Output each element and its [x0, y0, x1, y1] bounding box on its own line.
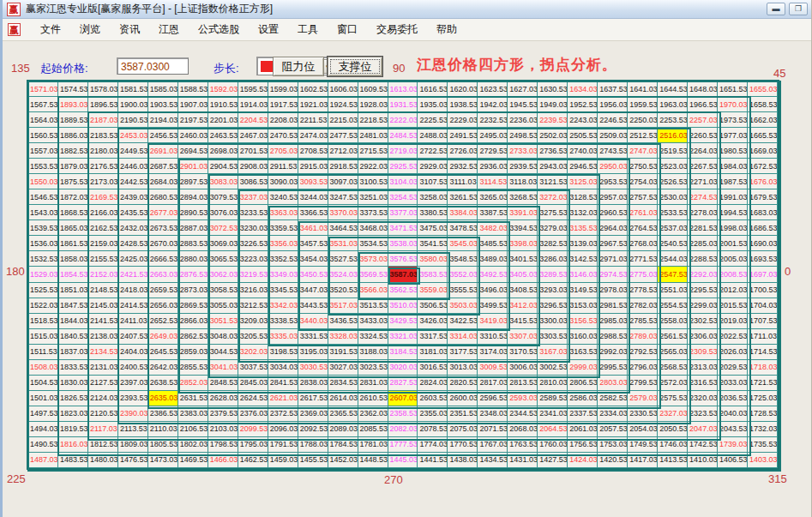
grid-cell: 2285.03 — [688, 236, 718, 251]
grid-cell: 2159.03 — [88, 236, 118, 251]
grid-cell: 2582.53 — [598, 391, 628, 406]
menu-item[interactable]: 公式选股 — [189, 19, 249, 40]
grid-cell: 3041.03 — [208, 360, 238, 376]
angle-label-225: 225 — [7, 472, 26, 485]
grid-cell: 3062.03 — [208, 267, 238, 282]
grid-cell: 2022.53 — [718, 329, 748, 345]
grid-cell: 2204.53 — [238, 112, 268, 128]
grid-cell: 2390.03 — [118, 406, 148, 422]
grid-cell: 3429.53 — [388, 314, 418, 329]
grid-cell: 3023.53 — [358, 360, 388, 376]
grid-cell: 3002.53 — [538, 360, 568, 376]
grid-cell: 1434.53 — [478, 453, 508, 468]
grid-cell: 1683.03 — [748, 205, 778, 220]
grid-cell: 3153.03 — [568, 298, 598, 314]
menu-item[interactable]: 交易委托 — [367, 19, 427, 40]
grid-cell: 2351.53 — [448, 406, 478, 422]
grid-cell: 2859.03 — [178, 345, 208, 360]
grid-cell: 2208.03 — [268, 112, 298, 128]
grid-cell: 2512.53 — [628, 128, 658, 143]
grid-cell: 2036.53 — [718, 391, 748, 406]
resistance-button[interactable]: 阻力位 — [273, 57, 324, 76]
menu-item[interactable]: 窗口 — [328, 19, 367, 40]
grid-cell: 1910.53 — [208, 97, 238, 112]
grid-cell: 2638.53 — [148, 376, 178, 391]
grid-cell: 2106.53 — [178, 422, 208, 437]
grid-cell: 2113.53 — [118, 422, 148, 437]
menu-item[interactable]: 设置 — [249, 19, 288, 40]
grid-cell: 1795.03 — [238, 437, 268, 453]
minimize-button[interactable]: ▬ — [767, 3, 785, 15]
grid-cell: 3083.03 — [208, 174, 238, 189]
grid-cell: 2764.53 — [628, 220, 658, 236]
grid-cell: 2078.53 — [418, 422, 448, 437]
grid-cell: 3527.53 — [328, 251, 358, 267]
support-button[interactable]: 支撑位 — [328, 57, 382, 76]
start-price-input[interactable] — [117, 57, 189, 75]
grid-cell: 3286.03 — [538, 251, 568, 267]
grid-cell: 3324.53 — [358, 329, 388, 345]
grid-cell: 2677.03 — [148, 205, 178, 220]
grid-cell: 3433.03 — [358, 314, 388, 329]
grid-cell: 1410.03 — [688, 453, 718, 468]
grid-cell: 2250.03 — [628, 112, 658, 128]
grid-cell: 2939.53 — [508, 159, 538, 174]
grid-cell: 2929.03 — [418, 159, 448, 174]
grid-cell: 1651.53 — [718, 81, 748, 97]
grid-cell: 1413.53 — [658, 453, 688, 468]
grid-cell: 1602.53 — [298, 81, 328, 97]
grid-cell: 1630.53 — [538, 81, 568, 97]
grid-cell: 1487.03 — [28, 453, 58, 468]
grid-cell: 2978.03 — [598, 283, 628, 298]
menu-item[interactable]: 帮助 — [427, 19, 466, 40]
grid-cell: 1445.03 — [388, 453, 418, 468]
menu-item[interactable]: 文件 — [31, 19, 70, 40]
grid-cell: 2393.53 — [118, 391, 148, 406]
grid-cell: 3048.03 — [208, 329, 238, 345]
grid-cell: 2953.53 — [598, 174, 628, 189]
grid-cell: 2502.03 — [538, 128, 568, 143]
grid-cell: 1977.03 — [718, 128, 748, 143]
grid-cell: 1998.03 — [718, 220, 748, 236]
grid-cell: 3419.03 — [478, 314, 508, 329]
grid-cell: 2152.03 — [88, 267, 118, 282]
grid-cell: 3506.53 — [418, 298, 448, 314]
grid-cell: 3412.03 — [508, 298, 538, 314]
grid-cell: 1805.53 — [148, 437, 178, 453]
grid-cell: 2050.53 — [658, 422, 688, 437]
grid-cell: 3219.53 — [238, 267, 268, 282]
grid-cell: 2901.03 — [178, 159, 208, 174]
menu-item[interactable]: 江恩 — [149, 19, 189, 40]
grid-cell: 2442.53 — [118, 174, 148, 189]
grid-cell: 3310.53 — [478, 329, 508, 345]
grid-cell: 2838.03 — [298, 376, 328, 391]
grid-cell: 3198.53 — [268, 345, 298, 360]
grid-cell: 2820.53 — [448, 376, 478, 391]
menu-item[interactable]: 浏览 — [70, 19, 110, 40]
grid-cell: 3580.03 — [418, 251, 448, 267]
grid-cell: 2323.53 — [688, 406, 718, 422]
grid-cell: 1462.53 — [238, 453, 268, 468]
grid-cell: 3408.53 — [508, 283, 538, 298]
grid-cell: 1581.53 — [118, 81, 148, 97]
menu-item[interactable]: 工具 — [288, 19, 328, 40]
grid-cell: 3111.03 — [448, 174, 478, 189]
grid-cell: 2218.53 — [358, 112, 388, 128]
grid-cell: 2586.03 — [568, 391, 598, 406]
grid-cell: 2019.03 — [718, 314, 748, 329]
grid-cell: 2999.03 — [568, 360, 598, 376]
grid-cell: 3209.03 — [238, 314, 268, 329]
grid-cell: 1966.53 — [688, 97, 718, 112]
grid-cell: 1921.03 — [298, 97, 328, 112]
grid-cell: 1735.53 — [748, 437, 778, 453]
grid-cell: 1648.03 — [688, 81, 718, 97]
grid-cell: 2215.03 — [328, 112, 358, 128]
grid-cell: 3223.03 — [238, 251, 268, 267]
grid-cell: 1637.53 — [598, 81, 628, 97]
grid-cell: 2593.03 — [508, 391, 538, 406]
grid-cell: 1700.53 — [748, 283, 778, 298]
maximize-button[interactable]: ❐ — [789, 3, 808, 15]
grid-cell: 2866.03 — [178, 314, 208, 329]
menu-item[interactable]: 资讯 — [110, 19, 149, 40]
grid-cell: 1676.03 — [748, 174, 778, 189]
